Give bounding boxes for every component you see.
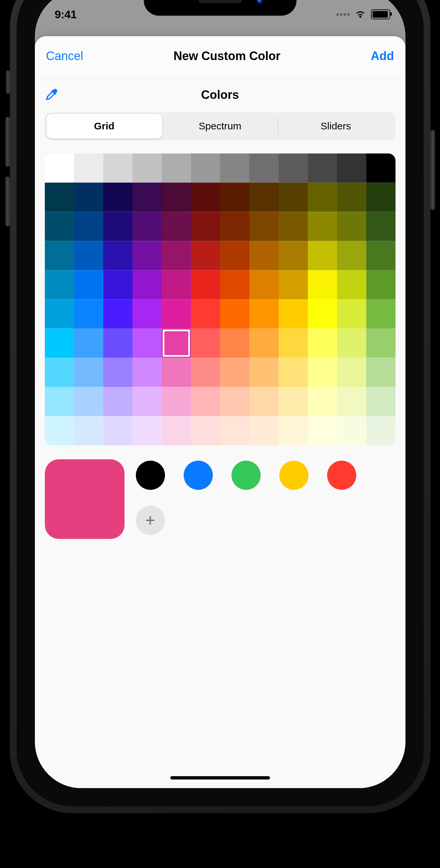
add-button[interactable]: Add <box>371 49 394 63</box>
tab-grid[interactable]: Grid <box>47 114 163 138</box>
color-swatch[interactable] <box>278 270 308 299</box>
color-swatch[interactable] <box>220 212 250 241</box>
color-swatch[interactable] <box>162 270 191 299</box>
color-swatch[interactable] <box>308 387 337 416</box>
color-swatch[interactable] <box>337 387 366 416</box>
color-swatch[interactable] <box>45 416 74 445</box>
color-swatch[interactable] <box>103 329 133 358</box>
color-swatch[interactable] <box>366 299 395 329</box>
color-swatch[interactable] <box>74 329 103 358</box>
color-swatch[interactable] <box>278 358 308 387</box>
color-swatch[interactable] <box>191 299 220 329</box>
color-swatch[interactable] <box>74 153 103 183</box>
color-swatch[interactable] <box>74 387 103 416</box>
preset-color[interactable] <box>279 461 309 490</box>
tab-sliders[interactable]: Sliders <box>278 114 394 138</box>
color-swatch[interactable] <box>133 241 162 270</box>
color-swatch[interactable] <box>250 358 278 387</box>
color-swatch[interactable] <box>162 183 191 212</box>
color-swatch[interactable] <box>45 329 74 358</box>
preset-color[interactable] <box>231 461 261 490</box>
color-swatch[interactable] <box>250 153 278 183</box>
color-swatch[interactable] <box>366 153 395 183</box>
color-swatch[interactable] <box>308 329 337 358</box>
color-swatch[interactable] <box>337 358 366 387</box>
color-swatch[interactable] <box>162 299 191 329</box>
color-swatch[interactable] <box>250 299 278 329</box>
color-swatch[interactable] <box>366 329 395 358</box>
color-swatch[interactable] <box>337 183 366 212</box>
color-swatch[interactable] <box>308 183 337 212</box>
color-swatch[interactable] <box>74 183 103 212</box>
color-swatch[interactable] <box>337 270 366 299</box>
cancel-button[interactable]: Cancel <box>46 49 83 63</box>
color-swatch[interactable] <box>220 241 250 270</box>
color-swatch[interactable] <box>278 241 308 270</box>
color-swatch[interactable] <box>74 358 103 387</box>
color-swatch[interactable] <box>45 358 74 387</box>
color-swatch[interactable] <box>74 270 103 299</box>
color-swatch[interactable] <box>366 183 395 212</box>
color-swatch[interactable] <box>250 387 278 416</box>
color-swatch[interactable] <box>366 241 395 270</box>
color-swatch[interactable] <box>133 183 162 212</box>
color-swatch[interactable] <box>103 387 133 416</box>
color-swatch[interactable] <box>191 416 220 445</box>
color-swatch[interactable] <box>103 212 133 241</box>
color-swatch[interactable] <box>162 387 191 416</box>
color-swatch[interactable] <box>337 299 366 329</box>
color-swatch[interactable] <box>308 212 337 241</box>
color-swatch[interactable] <box>133 358 162 387</box>
silence-switch[interactable] <box>6 70 10 94</box>
color-swatch[interactable] <box>308 299 337 329</box>
color-swatch[interactable] <box>220 153 250 183</box>
color-swatch[interactable] <box>220 329 250 358</box>
color-swatch[interactable] <box>74 212 103 241</box>
color-swatch[interactable] <box>133 416 162 445</box>
color-swatch[interactable] <box>250 212 278 241</box>
color-swatch[interactable] <box>337 153 366 183</box>
tab-spectrum[interactable]: Spectrum <box>162 114 278 138</box>
color-swatch[interactable] <box>103 358 133 387</box>
color-swatch[interactable] <box>366 270 395 299</box>
color-swatch[interactable] <box>191 358 220 387</box>
color-swatch[interactable] <box>162 153 191 183</box>
color-swatch[interactable] <box>162 241 191 270</box>
color-swatch[interactable] <box>220 416 250 445</box>
color-swatch[interactable] <box>220 299 250 329</box>
color-swatch[interactable] <box>308 270 337 299</box>
color-swatch[interactable] <box>133 299 162 329</box>
color-swatch[interactable] <box>220 270 250 299</box>
color-swatch[interactable] <box>250 416 278 445</box>
color-swatch[interactable] <box>278 416 308 445</box>
color-swatch[interactable] <box>337 241 366 270</box>
color-swatch[interactable] <box>278 212 308 241</box>
color-swatch[interactable] <box>103 153 133 183</box>
color-swatch[interactable] <box>45 270 74 299</box>
color-swatch[interactable] <box>191 329 220 358</box>
color-swatch[interactable] <box>103 299 133 329</box>
color-swatch[interactable] <box>191 212 220 241</box>
volume-down-button[interactable] <box>5 177 10 226</box>
color-swatch[interactable] <box>220 358 250 387</box>
color-swatch[interactable] <box>308 153 337 183</box>
color-swatch[interactable] <box>308 416 337 445</box>
color-swatch[interactable] <box>133 329 162 358</box>
volume-up-button[interactable] <box>5 117 10 166</box>
color-swatch[interactable] <box>74 416 103 445</box>
color-swatch[interactable] <box>74 241 103 270</box>
color-swatch[interactable] <box>162 416 191 445</box>
color-swatch[interactable] <box>133 212 162 241</box>
color-swatch[interactable] <box>162 329 191 358</box>
color-swatch[interactable] <box>278 387 308 416</box>
color-swatch[interactable] <box>250 329 278 358</box>
color-swatch[interactable] <box>45 183 74 212</box>
color-swatch[interactable] <box>278 329 308 358</box>
add-preset-button[interactable]: + <box>136 506 165 535</box>
color-swatch[interactable] <box>103 241 133 270</box>
color-swatch[interactable] <box>366 416 395 445</box>
color-swatch[interactable] <box>278 153 308 183</box>
color-swatch[interactable] <box>133 270 162 299</box>
color-swatch[interactable] <box>191 183 220 212</box>
color-swatch[interactable] <box>278 183 308 212</box>
